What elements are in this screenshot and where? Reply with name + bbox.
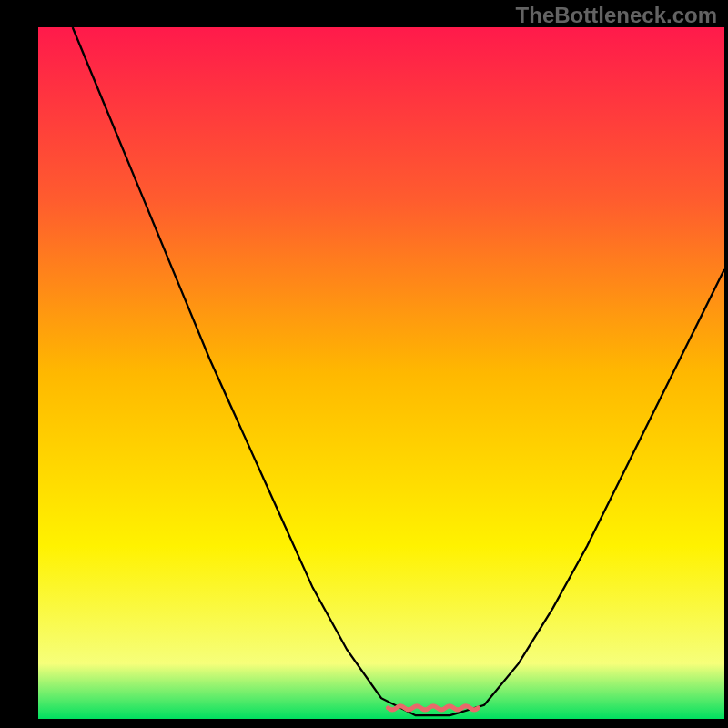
chart-frame: TheBottleneck.com — [0, 0, 728, 728]
plot-background — [38, 27, 724, 719]
watermark-text: TheBottleneck.com — [516, 3, 717, 28]
bottleneck-chart — [0, 0, 728, 728]
